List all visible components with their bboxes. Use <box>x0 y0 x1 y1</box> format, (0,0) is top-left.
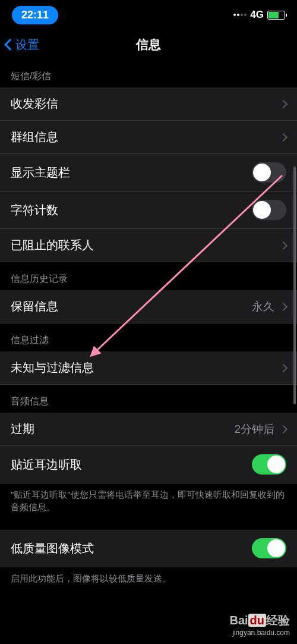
signal-icon <box>233 14 247 16</box>
footer-low-quality: 启用此功能后，图像将以较低质量发送。 <box>0 567 297 589</box>
row-label: 收发彩信 <box>11 96 58 112</box>
row-raise-to-listen: 贴近耳边听取 <box>0 446 297 483</box>
section-header-history: 信息历史记录 <box>0 262 297 290</box>
row-label: 过期 <box>11 421 34 437</box>
chevron-right-icon <box>279 302 287 310</box>
watermark-brand-suffix: 经验 <box>266 614 290 627</box>
nav-bar: 设置 信息 <box>0 30 297 59</box>
row-label: 已阻止的联系人 <box>11 237 94 253</box>
row-show-subject: 显示主题栏 <box>0 154 297 191</box>
row-unknown-filter[interactable]: 未知与过滤信息 <box>0 351 297 385</box>
chevron-right-icon <box>279 133 287 141</box>
chevron-right-icon <box>279 363 287 372</box>
page-title: 信息 <box>136 36 161 53</box>
chevron-left-icon <box>4 39 16 51</box>
status-right: 4G <box>233 9 285 21</box>
row-label: 显示主题栏 <box>11 165 70 181</box>
watermark-url: jingyan.baidu.com <box>229 629 290 637</box>
chevron-right-icon <box>279 425 287 433</box>
row-value: 永久 <box>252 299 274 315</box>
toggle-char-count[interactable] <box>252 200 286 220</box>
row-mms[interactable]: 收发彩信 <box>0 87 297 121</box>
row-value: 2分钟后 <box>234 422 274 437</box>
row-label: 未知与过滤信息 <box>11 360 94 376</box>
row-low-quality-image: 低质量图像模式 <box>0 530 297 567</box>
battery-icon <box>267 11 285 20</box>
network-label: 4G <box>250 9 264 21</box>
row-label: 低质量图像模式 <box>11 541 94 557</box>
scroll-indicator[interactable] <box>293 167 296 404</box>
status-bar: 22:11 4G <box>0 0 297 30</box>
toggle-low-quality[interactable] <box>252 538 286 558</box>
back-button[interactable]: 设置 <box>6 37 39 53</box>
chevron-right-icon <box>279 241 287 249</box>
section-header-audio: 音频信息 <box>0 385 297 413</box>
toggle-raise-to-listen[interactable] <box>252 454 286 475</box>
row-blocked-contacts[interactable]: 已阻止的联系人 <box>0 229 297 262</box>
row-label: 字符计数 <box>11 202 58 218</box>
row-keep-messages[interactable]: 保留信息 永久 <box>0 290 297 323</box>
row-char-count: 字符计数 <box>0 191 297 229</box>
back-label: 设置 <box>15 37 39 53</box>
row-label: 贴近耳边听取 <box>11 457 82 473</box>
chevron-right-icon <box>279 99 287 108</box>
status-time: 22:11 <box>12 6 58 24</box>
watermark: Baidu经验 jingyan.baidu.com <box>229 612 290 637</box>
section-header-filter: 信息过滤 <box>0 323 297 351</box>
row-label: 保留信息 <box>11 299 58 315</box>
row-label: 群组信息 <box>11 129 58 145</box>
toggle-show-subject[interactable] <box>252 162 286 183</box>
footer-raise: "贴近耳边听取"使您只需将电话举至耳边，即可快速听取和回复收到的音频信息。 <box>0 483 297 518</box>
row-group-messaging[interactable]: 群组信息 <box>0 121 297 154</box>
watermark-brand-prefix: Bai <box>229 614 248 627</box>
watermark-brand-du: du <box>248 614 266 627</box>
section-header-sms: 短信/彩信 <box>0 59 297 87</box>
row-expire[interactable]: 过期 2分钟后 <box>0 413 297 446</box>
